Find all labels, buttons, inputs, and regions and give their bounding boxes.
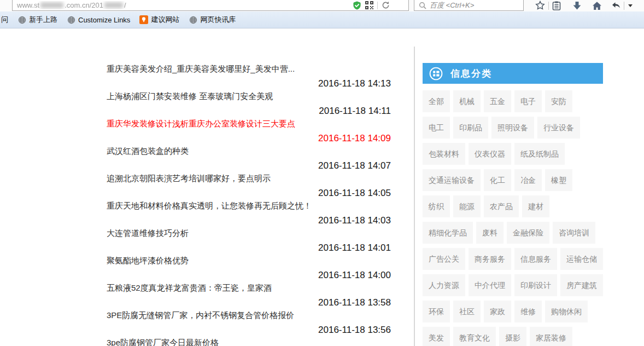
- article-row: 重庆天地和材料价格真实透明，让您装修再无后顾之忧！2016-11-18 14:0…: [107, 200, 391, 227]
- category-grid: 全部机械五金电子安防电工印刷品照明设备行业设备包装材料仪表仪器纸及纸制品交通运输…: [423, 90, 603, 346]
- page: www.st .com.cn/201 /: [0, 0, 644, 346]
- article-title-link[interactable]: 聚氨酯地坪漆价格优势: [107, 255, 391, 268]
- security-shield-icon[interactable]: [353, 1, 361, 10]
- category-button[interactable]: 咨询培训: [553, 222, 595, 244]
- article-title-link[interactable]: 大连管道维修技巧分析: [107, 227, 391, 241]
- star-icon[interactable]: [535, 1, 545, 10]
- category-button[interactable]: 五金: [484, 90, 511, 112]
- article-row: 大连管道维修技巧分析2016-11-18 14:01: [107, 227, 391, 255]
- bookmark-label: 新手上路: [29, 15, 57, 25]
- reload-icon[interactable]: [382, 1, 390, 9]
- search-placeholder: 百度 <Ctrl+K>: [430, 1, 474, 10]
- category-button[interactable]: 电子: [514, 90, 542, 112]
- category-button[interactable]: 机械: [453, 90, 481, 112]
- category-button[interactable]: 家政: [484, 301, 511, 322]
- bookmark-item[interactable]: 新手上路: [17, 15, 57, 25]
- article-title-link[interactable]: 3PE防腐无缝钢管厂家，内衬不锈钢复合管价格报价: [107, 309, 391, 323]
- category-button[interactable]: 房产建筑: [560, 274, 603, 296]
- article-title-link[interactable]: 五粮液52度真龙祥龙富贵酒：帝王瓷，皇家酒: [107, 282, 391, 296]
- category-button[interactable]: 安防: [545, 90, 572, 112]
- category-button[interactable]: 全部: [423, 90, 450, 112]
- category-button[interactable]: 照明设备: [491, 117, 534, 139]
- grid-circle-icon: [429, 66, 443, 81]
- search-icon: [419, 2, 426, 9]
- category-button[interactable]: 精细化学品: [423, 222, 473, 244]
- category-button[interactable]: 印刷设计: [514, 274, 557, 296]
- category-button[interactable]: 金融保险: [507, 222, 549, 244]
- category-button[interactable]: 农产品: [484, 195, 519, 217]
- content-sidebar-divider: [414, 47, 415, 346]
- address-bar-separator: [377, 2, 378, 9]
- category-button[interactable]: 维修: [514, 301, 542, 322]
- category-button[interactable]: 美发: [423, 327, 450, 346]
- bookmark-item[interactable]: Customize Links: [67, 15, 130, 24]
- article-row: 上海杨浦区门禁安装维修 至泰玻璃门安全美观2016-11-18 14:11: [107, 90, 391, 118]
- category-button[interactable]: 橡塑: [545, 169, 572, 191]
- category-button[interactable]: 摄影: [499, 327, 526, 346]
- category-button[interactable]: 购物休闲: [545, 301, 588, 322]
- bookmarks-bar: 问新手上路Customize Links建议网站网页快讯库: [0, 11, 644, 28]
- article-title-link[interactable]: 重庆美容美发介绍_重庆美容美发哪里好_美发中营...: [107, 63, 391, 77]
- article-title-link[interactable]: 武汉红酒包装盒的种类: [107, 145, 391, 159]
- category-button[interactable]: 广告公关: [423, 248, 465, 270]
- category-row: 交通运输设备化工冶金橡塑: [423, 169, 603, 191]
- category-button[interactable]: 中介代理: [469, 274, 511, 296]
- article-timestamp: 2016-11-18 14:13: [107, 77, 391, 90]
- home-icon[interactable]: [592, 1, 602, 10]
- category-button[interactable]: 交通运输设备: [423, 169, 481, 191]
- category-button[interactable]: 人力资源: [423, 274, 465, 296]
- url-redacted-blur: [40, 2, 63, 8]
- category-button[interactable]: 环保: [423, 301, 450, 322]
- category-button[interactable]: 社区: [453, 301, 481, 322]
- bookmark-item[interactable]: 建议网站: [139, 15, 179, 25]
- search-box[interactable]: 百度 <Ctrl+K>: [414, 0, 524, 11]
- category-button[interactable]: 包装材料: [423, 143, 465, 165]
- bookmarks-clipboard-icon[interactable]: [552, 1, 561, 10]
- article-timestamp: 2016-11-18 14:01: [107, 241, 391, 255]
- url-fragment: www.st: [17, 1, 39, 9]
- category-button[interactable]: 教育文化: [453, 327, 496, 346]
- category-button[interactable]: 运输仓储: [560, 248, 603, 270]
- url-redacted-blur: [104, 2, 123, 8]
- category-row: 全部机械五金电子安防: [423, 90, 603, 112]
- article-title-link[interactable]: 重庆华发装修设计浅析重庆办公室装修设计三大要点: [107, 118, 391, 131]
- bookmark-item[interactable]: 网页快讯库: [189, 15, 236, 25]
- bookmark-label: 问: [1, 15, 8, 25]
- category-button[interactable]: 建材: [522, 195, 549, 217]
- article-title-link[interactable]: 上海杨浦区门禁安装维修 至泰玻璃门安全美观: [107, 90, 391, 104]
- bookmark-item[interactable]: 问: [1, 15, 8, 25]
- article-title-link[interactable]: 3pe防腐钢管厂家今日最新价格: [107, 337, 391, 346]
- category-button[interactable]: 仪表仪器: [469, 143, 511, 165]
- sidebar-title: 信息分类: [450, 67, 492, 80]
- category-row: 人力资源中介代理印刷设计房产建筑: [423, 274, 603, 296]
- category-row: 包装材料仪表仪器纸及纸制品: [423, 143, 603, 165]
- undo-icon[interactable]: [611, 1, 621, 10]
- category-button[interactable]: 能源: [453, 195, 481, 217]
- category-button[interactable]: 纸及纸制品: [514, 143, 565, 165]
- category-button[interactable]: 家居装修: [530, 327, 572, 346]
- dropdown-caret-icon[interactable]: [628, 4, 633, 7]
- download-icon[interactable]: [572, 1, 582, 10]
- bulb-icon: [139, 15, 148, 24]
- globe-icon: [189, 15, 197, 24]
- qr-code-icon[interactable]: [365, 1, 373, 9]
- globe-icon: [67, 15, 75, 24]
- category-button[interactable]: 商务服务: [469, 248, 511, 270]
- address-bar[interactable]: www.st .com.cn/201 /: [12, 0, 409, 11]
- category-button[interactable]: 废料: [476, 222, 504, 244]
- category-button[interactable]: 信息服务: [514, 248, 557, 270]
- category-row: 环保社区家政维修购物休闲: [423, 301, 603, 322]
- article-row: 重庆美容美发介绍_重庆美容美发哪里好_美发中营...2016-11-18 14:…: [107, 63, 391, 90]
- category-button[interactable]: 化工: [484, 169, 511, 191]
- category-button[interactable]: 纺织: [423, 195, 450, 217]
- category-button[interactable]: 电工: [423, 117, 450, 139]
- article-list: 重庆美容美发介绍_重庆美容美发哪里好_美发中营...2016-11-18 14:…: [107, 63, 391, 346]
- category-button[interactable]: 行业设备: [537, 117, 580, 139]
- toolbar-separator: [624, 2, 624, 10]
- article-title-link[interactable]: 追溯北京朝阳表演艺考培训哪家好，要点明示: [107, 172, 391, 186]
- category-button[interactable]: 印刷品: [453, 117, 488, 139]
- category-button[interactable]: 冶金: [514, 169, 542, 191]
- category-row: 广告公关商务服务信息服务运输仓储: [423, 248, 603, 270]
- article-title-link[interactable]: 重庆天地和材料价格真实透明，让您装修再无后顾之忧！: [107, 200, 391, 214]
- article-row: 3pe防腐钢管厂家今日最新价格: [107, 337, 391, 346]
